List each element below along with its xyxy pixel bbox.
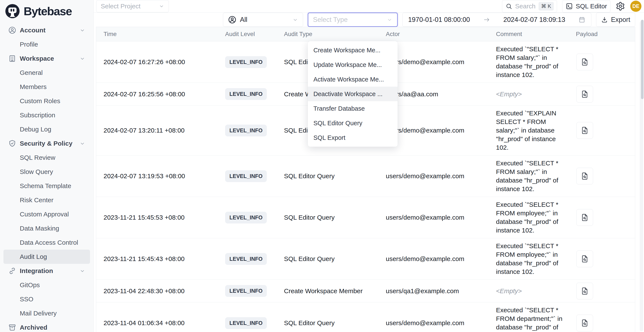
audit-comment: Executed `"SELECT * FROM salary;"` in da… xyxy=(496,156,576,197)
table-row: 2023-11-04 22:48:30 +08:00 LEVEL_INFO Cr… xyxy=(96,280,635,302)
sidebar-item-debug-log[interactable]: Debug Log xyxy=(4,122,90,136)
sidebar-item-mail-delivery[interactable]: Mail Delivery xyxy=(4,306,90,321)
audit-type: SQL Editor Query xyxy=(284,214,386,221)
audit-time: 2024-02-07 13:20:11 +08:00 xyxy=(96,127,225,134)
filter-bar: All Select Type 1970-01-01 08:00:00 2024… xyxy=(94,13,644,27)
column-header-time: Time xyxy=(96,31,225,37)
shield-check-icon xyxy=(8,139,16,148)
payload-view-button[interactable] xyxy=(576,122,593,139)
audit-level: LEVEL_INFO xyxy=(225,317,284,329)
chevron-down-icon xyxy=(292,17,298,23)
audit-type: SQL Editor Query xyxy=(284,255,386,263)
sidebar-section-integration[interactable]: Integration xyxy=(4,264,90,278)
chevron-down-icon xyxy=(80,141,85,147)
dropdown-option-deactivate-workspace-member[interactable]: Deactivate Workspace ... xyxy=(308,87,398,101)
sidebar-nav: Account Profile Workspace General Member… xyxy=(0,22,94,332)
column-header-actor: Actor xyxy=(386,31,496,37)
file-search-icon xyxy=(580,58,589,66)
column-header-payload: Payload xyxy=(576,31,635,37)
sidebar-section-security-policy[interactable]: Security & Policy xyxy=(4,136,90,151)
payload-view-button[interactable] xyxy=(576,54,593,70)
audit-time: 2024-02-07 16:25:56 +08:00 xyxy=(96,91,225,98)
level-badge: LEVEL_INFO xyxy=(225,125,267,136)
sql-editor-button[interactable]: SQL Editor xyxy=(562,0,610,12)
audit-type: SQL Editor Query xyxy=(284,172,386,180)
sidebar-item-risk-center[interactable]: Risk Center xyxy=(4,193,90,207)
sidebar-item-data-access-control[interactable]: Data Access Control xyxy=(4,235,90,250)
brand-name: Bytebase xyxy=(24,4,72,18)
type-filter-dropdown: Create Workspace Me... Update Workspace … xyxy=(308,41,398,147)
settings-gear-button[interactable] xyxy=(616,1,625,11)
dropdown-option-create-workspace-member[interactable]: Create Workspace Me... xyxy=(308,43,398,57)
sidebar-item-audit-log[interactable]: Audit Log xyxy=(4,250,90,264)
avatar[interactable]: DE xyxy=(630,1,642,12)
dropdown-option-activate-workspace-member[interactable]: Activate Workspace Me... xyxy=(308,72,398,87)
audit-actor: users/demo@example.com xyxy=(386,214,496,221)
topbar-actions: Search ⌘ K SQL Editor DE xyxy=(502,0,642,12)
main-content: Select Project Search ⌘ K SQL Editor DE xyxy=(94,0,644,332)
search-input[interactable]: Search ⌘ K xyxy=(502,0,557,12)
dropdown-option-sql-export[interactable]: SQL Export xyxy=(308,130,398,145)
sidebar-item-slow-query[interactable]: Slow Query xyxy=(4,165,90,179)
sidebar-item-archived[interactable]: Archived xyxy=(4,321,90,332)
sidebar-item-custom-roles[interactable]: Custom Roles xyxy=(4,94,90,108)
dropdown-option-update-workspace-member[interactable]: Update Workspace Me... xyxy=(308,57,398,72)
audit-actor: users/demo@example.com xyxy=(386,319,496,327)
sidebar-item-members[interactable]: Members xyxy=(4,80,90,94)
column-header-audit-type: Audit Type xyxy=(284,31,386,37)
table-row: 2023-11-21 15:45:43 +08:00 LEVEL_INFO SQ… xyxy=(96,238,635,280)
sidebar-item-gitops[interactable]: GitOps xyxy=(4,278,90,292)
sidebar-item-sso[interactable]: SSO xyxy=(4,292,90,306)
payload-view-button[interactable] xyxy=(576,86,593,103)
audit-actor: users/demo@example.com xyxy=(386,255,496,263)
building-icon xyxy=(8,54,16,63)
date-from-value: 1970-01-01 08:00:00 xyxy=(408,16,470,24)
sidebar: Bytebase Account Profile Workspace Gener… xyxy=(0,0,94,332)
level-badge: LEVEL_INFO xyxy=(225,253,267,265)
brand-logo[interactable]: Bytebase xyxy=(0,0,94,22)
sidebar-item-subscription[interactable]: Subscription xyxy=(4,108,90,122)
sidebar-item-general[interactable]: General xyxy=(4,66,90,80)
date-range-picker[interactable]: 1970-01-01 08:00:00 2024-02-07 18:09:13 xyxy=(402,13,591,27)
dropdown-option-transfer-database[interactable]: Transfer Database xyxy=(308,101,398,116)
sidebar-item-schema-template[interactable]: Schema Template xyxy=(4,179,90,193)
chevron-down-icon xyxy=(80,268,85,274)
dropdown-option-sql-editor-query[interactable]: SQL Editor Query xyxy=(308,116,398,130)
file-search-icon xyxy=(580,172,589,180)
export-button[interactable]: Export xyxy=(596,13,635,27)
file-search-icon xyxy=(580,90,589,98)
gear-icon xyxy=(616,1,625,11)
file-search-icon xyxy=(580,126,589,135)
link-icon xyxy=(8,267,16,275)
column-header-comment: Comment xyxy=(496,31,576,37)
payload-view-button[interactable] xyxy=(576,283,593,299)
audit-comment: Executed `"SELECT * FROM employee;"` in … xyxy=(496,197,576,238)
search-shortcut-badge: ⌘ K xyxy=(538,2,554,10)
sidebar-item-sql-review[interactable]: SQL Review xyxy=(4,151,90,165)
audit-actor: users/demo@example.com xyxy=(386,172,496,180)
audit-comment: Executed `"SELECT * FROM salary;"` in da… xyxy=(496,41,576,83)
project-select[interactable]: Select Project xyxy=(96,0,169,12)
audit-comment: <Empty> xyxy=(496,283,576,299)
sidebar-item-custom-approval[interactable]: Custom Approval xyxy=(4,207,90,221)
sidebar-item-data-masking[interactable]: Data Masking xyxy=(4,221,90,235)
terminal-icon xyxy=(566,2,573,10)
sidebar-section-account[interactable]: Account xyxy=(4,23,90,37)
audit-level: LEVEL_INFO xyxy=(225,170,284,182)
scrollbar-thumb[interactable] xyxy=(641,20,644,99)
audit-time: 2024-02-07 13:19:53 +08:00 xyxy=(96,172,225,180)
archive-icon xyxy=(8,324,16,332)
actor-filter-select[interactable]: All xyxy=(223,13,303,27)
payload-view-button[interactable] xyxy=(576,168,593,184)
user-circle-icon xyxy=(228,15,236,24)
project-select-placeholder: Select Project xyxy=(101,2,140,10)
type-filter-select[interactable]: Select Type xyxy=(308,13,398,27)
level-badge: LEVEL_INFO xyxy=(225,56,267,68)
audit-level: LEVEL_INFO xyxy=(225,212,284,223)
payload-view-button[interactable] xyxy=(576,315,593,331)
payload-view-button[interactable] xyxy=(576,251,593,267)
payload-view-button[interactable] xyxy=(576,209,593,226)
chevron-down-icon xyxy=(159,3,164,9)
sidebar-section-workspace[interactable]: Workspace xyxy=(4,51,90,66)
sidebar-item-profile[interactable]: Profile xyxy=(4,37,90,51)
